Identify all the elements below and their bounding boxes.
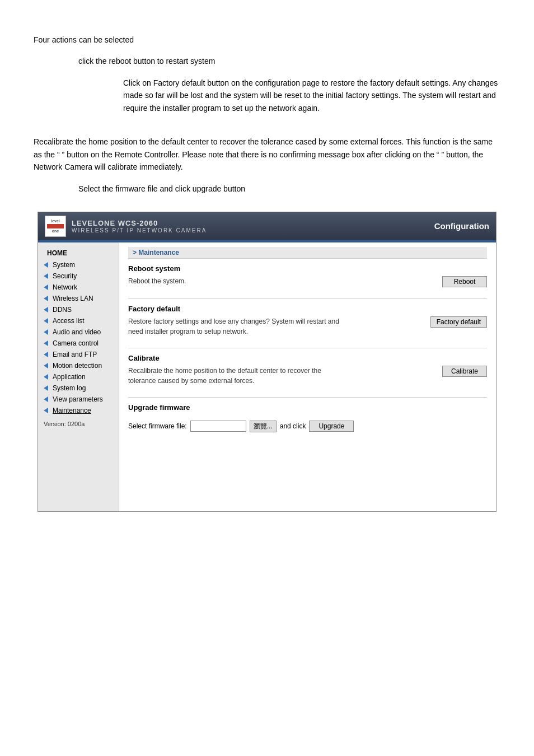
arrow-icon-system [43, 261, 50, 269]
sidebar-label-email: Email and FTP [53, 351, 97, 358]
and-click-label: and click [280, 422, 306, 430]
calibrate-row: Recalibrate the home position to the def… [128, 366, 487, 388]
intro-line1: Four actions can be selected [34, 34, 500, 46]
firmware-row: Select firmware file: 瀏覽... and click Up… [128, 421, 487, 432]
sidebar-item-email-ftp[interactable]: Email and FTP [38, 349, 119, 360]
sidebar-home[interactable]: HOME [38, 247, 119, 259]
reboot-button[interactable]: Reboot [442, 276, 487, 287]
reboot-row: Reboot the system. Reboot [128, 276, 487, 290]
sidebar-item-maintenance[interactable]: Maintenance [38, 405, 119, 416]
arrow-icon-maintenance [43, 407, 50, 414]
svg-marker-6 [44, 329, 48, 335]
calibrate-title: Calibrate [128, 354, 487, 362]
svg-marker-5 [44, 318, 48, 324]
factory-desc: Restore factory settings and lose any ch… [128, 316, 341, 337]
svg-marker-7 [44, 340, 48, 346]
calibrate-desc: Recalibrate the home position to the def… [128, 366, 341, 386]
sidebar-label-wireless: Wireless LAN [53, 295, 93, 302]
arrow-icon-syslog [43, 384, 50, 392]
sidebar-item-system[interactable]: System [38, 259, 119, 270]
sidebar-item-access-list[interactable]: Access list [38, 315, 119, 326]
svg-marker-0 [44, 262, 48, 268]
arrow-icon-application [43, 373, 50, 381]
intro-paragraph2: Recalibrate the home position to the def… [34, 136, 500, 173]
cam-header: level one LevelOne WCS-2060 Wireless P/T… [38, 212, 496, 240]
cam-main: > Maintenance Reboot system Reboot the s… [119, 242, 496, 511]
sidebar-item-audio-video[interactable]: Audio and video [38, 326, 119, 338]
sidebar-label-motion: Motion detection [53, 362, 102, 370]
intro-line3: Select the firmware file and click upgra… [34, 183, 500, 195]
breadcrumb: > Maintenance [128, 247, 487, 259]
svg-marker-1 [44, 273, 48, 279]
calibrate-button[interactable]: Calibrate [442, 366, 487, 377]
sidebar-label-audio: Audio and video [53, 328, 101, 336]
arrow-icon-ddns [43, 306, 50, 314]
divider-1 [128, 298, 487, 299]
intro-paragraph1: Click on Factory default button on the c… [34, 77, 500, 114]
arrow-icon-access [43, 317, 50, 325]
sidebar-label-syslog: System log [53, 384, 86, 392]
arrow-icon-network [43, 283, 50, 291]
svg-marker-8 [44, 352, 48, 357]
sidebar-item-ddns[interactable]: DDNS [38, 304, 119, 315]
factory-default-title: Factory default [128, 305, 487, 313]
svg-marker-12 [44, 396, 48, 402]
firmware-label: Select firmware file: [128, 422, 187, 430]
intro-text-block: Four actions can be selected click the r… [34, 34, 500, 195]
cam-subtitle: Wireless P/T IP Network Camera [72, 227, 429, 234]
arrow-icon-email [43, 351, 50, 358]
spacer [128, 415, 487, 421]
divider-3 [128, 397, 487, 398]
cam-title-block: LevelOne WCS-2060 Wireless P/T IP Networ… [72, 219, 429, 234]
svg-marker-10 [44, 374, 48, 380]
svg-marker-4 [44, 307, 48, 312]
svg-marker-11 [44, 385, 48, 391]
reboot-desc: Reboot the system. [128, 276, 341, 286]
sidebar-item-wireless-lan[interactable]: Wireless LAN [38, 293, 119, 304]
sidebar-item-network[interactable]: Network [38, 282, 119, 293]
sidebar-item-security[interactable]: Security [38, 270, 119, 282]
camera-ui-frame: level one LevelOne WCS-2060 Wireless P/T… [38, 212, 496, 512]
sidebar-label-network: Network [53, 283, 77, 291]
page-content: Four actions can be selected click the r… [0, 0, 534, 545]
arrow-icon-camera [43, 339, 50, 347]
cam-logo: level one [45, 216, 66, 237]
factory-row: Restore factory settings and lose any ch… [128, 316, 487, 339]
svg-marker-2 [44, 284, 48, 290]
sidebar-item-application[interactable]: Application [38, 371, 119, 382]
sidebar-label-view: View parameters [53, 395, 103, 403]
config-label: Configuration [434, 221, 489, 231]
arrow-icon-motion [43, 362, 50, 370]
cam-body: HOME System Security [38, 242, 496, 511]
firmware-input[interactable] [190, 421, 246, 432]
reboot-title: Reboot system [128, 264, 487, 273]
sidebar-label-system: System [53, 261, 75, 269]
svg-marker-13 [44, 408, 48, 413]
arrow-icon-audio [43, 328, 50, 336]
arrow-icon-wireless [43, 295, 50, 302]
intro-line2: click the reboot button to restart syste… [34, 55, 500, 67]
upgrade-title: Upgrade firmware [128, 403, 487, 412]
sidebar-label-camera: Camera control [53, 339, 99, 347]
sidebar-label-ddns: DDNS [53, 306, 72, 314]
browse-button[interactable]: 瀏覽... [250, 421, 277, 432]
sidebar-label-maintenance: Maintenance [53, 407, 91, 414]
arrow-icon-security [43, 272, 50, 280]
version-text: Version: 0200a [38, 416, 119, 432]
sidebar-label-access: Access list [53, 317, 85, 325]
sidebar-label-application: Application [53, 373, 86, 381]
sidebar-item-system-log[interactable]: System log [38, 382, 119, 394]
sidebar-item-camera-control[interactable]: Camera control [38, 338, 119, 349]
upgrade-button[interactable]: Upgrade [309, 421, 354, 432]
cam-sidebar: HOME System Security [38, 242, 119, 511]
arrow-icon-view [43, 395, 50, 403]
logo-bar [47, 224, 64, 228]
svg-marker-3 [44, 296, 48, 301]
model-name: LevelOne WCS-2060 [72, 219, 429, 227]
sidebar-label-security: Security [53, 272, 77, 280]
factory-default-button[interactable]: Factory default [430, 316, 487, 328]
divider-2 [128, 348, 487, 348]
svg-marker-9 [44, 363, 48, 368]
sidebar-item-view-params[interactable]: View parameters [38, 394, 119, 405]
sidebar-item-motion[interactable]: Motion detection [38, 360, 119, 371]
